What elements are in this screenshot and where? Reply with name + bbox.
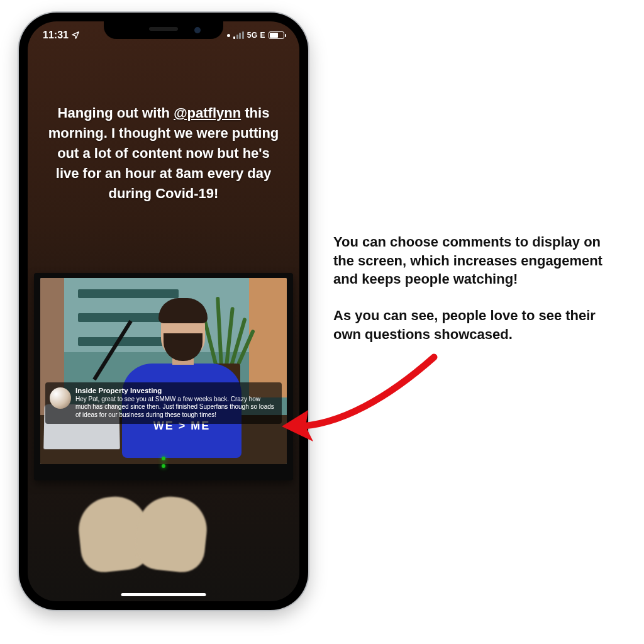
tv-frame: WE > ME Inside Property Investing Hey Pa… [34, 273, 293, 480]
story-caption: Hanging out with @patflynn this morning.… [28, 103, 299, 203]
phone-screen: 11:31 5G E Hanging out with @patflynn th… [28, 21, 299, 601]
annotation-p2: As you can see, people love to see their… [333, 306, 623, 343]
status-time: 11:31 [43, 30, 69, 41]
story-viewport[interactable]: Hanging out with @patflynn this morning.… [28, 21, 299, 601]
comment-author: Inside Property Investing [75, 387, 275, 394]
avatar [50, 387, 71, 409]
home-indicator[interactable] [121, 593, 206, 596]
location-icon [71, 31, 80, 40]
battery-icon [269, 31, 284, 39]
annotation-p1: You can choose comments to display on th… [333, 233, 623, 289]
mention-link[interactable]: @patflynn [174, 105, 241, 121]
livestream-video[interactable]: WE > ME Inside Property Investing Hey Pa… [40, 278, 287, 464]
speaker-grille [149, 27, 178, 31]
phone-notch [104, 21, 223, 39]
viewer-feet [79, 497, 205, 572]
signal-dot-icon [227, 34, 230, 37]
comment-body: Hey Pat, great to see you at SMMW a few … [75, 396, 275, 419]
pinned-comment[interactable]: Inside Property Investing Hey Pat, great… [45, 382, 282, 425]
annotation-text: You can choose comments to display on th… [333, 233, 623, 343]
tv-led-indicators [162, 457, 165, 468]
phone-frame: 11:31 5G E Hanging out with @patflynn th… [19, 13, 308, 610]
network-type: 5G E [247, 31, 265, 40]
caption-text-pre: Hanging out with [58, 105, 174, 121]
front-camera [194, 27, 201, 33]
presenter: WE > ME [122, 294, 248, 458]
cellular-signal-icon [233, 31, 244, 39]
